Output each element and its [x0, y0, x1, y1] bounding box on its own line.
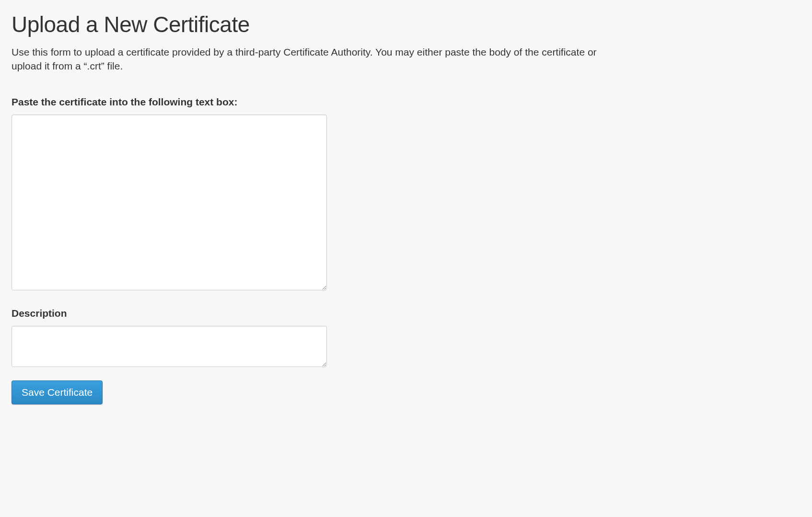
- description-textarea[interactable]: [12, 326, 327, 367]
- certificate-textarea[interactable]: [12, 115, 327, 290]
- description-label: Description: [12, 308, 800, 319]
- page-intro-text: Use this form to upload a certificate pr…: [12, 45, 615, 73]
- save-certificate-button[interactable]: Save Certificate: [12, 380, 103, 404]
- certificate-label: Paste the certificate into the following…: [12, 96, 800, 108]
- page-title: Upload a New Certificate: [12, 11, 800, 37]
